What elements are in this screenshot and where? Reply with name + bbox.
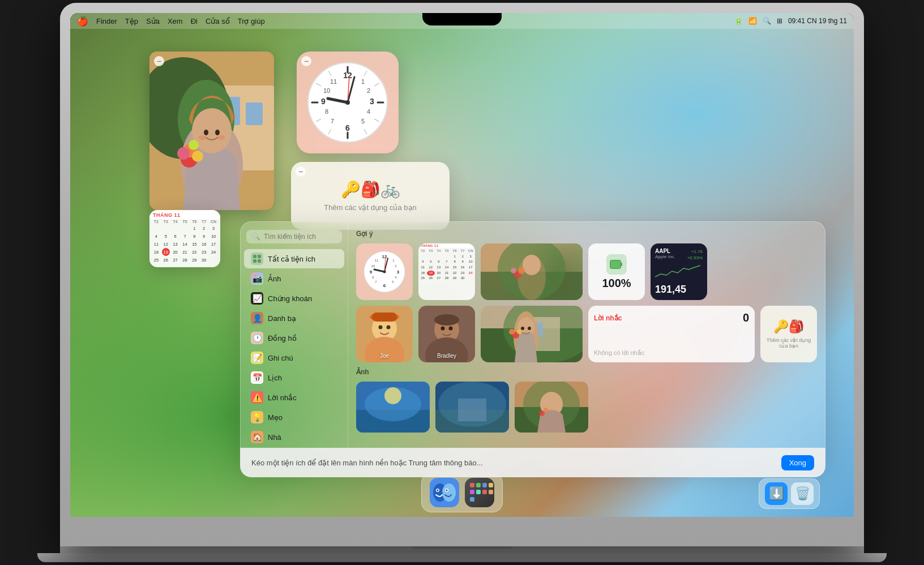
contact-bradley-name: Bradley xyxy=(418,353,475,359)
sidebar-item-reminders[interactable]: ⚠️ Lời nhắc xyxy=(244,388,344,407)
svg-point-12 xyxy=(189,140,199,150)
trackpad-hinge xyxy=(411,546,513,549)
apple-menu[interactable]: 🍎 xyxy=(77,16,88,27)
svg-text:9: 9 xyxy=(321,97,326,106)
calendar-icon: 📅 xyxy=(251,371,263,384)
svg-point-11 xyxy=(177,147,190,160)
svg-point-99 xyxy=(509,329,515,335)
menubar-finder[interactable]: Finder xyxy=(96,17,117,25)
notes-icon: 📝 xyxy=(251,352,263,364)
mini-photo-widget[interactable] xyxy=(481,243,583,300)
sidebar-item-calendar[interactable]: 📅 Lịch xyxy=(244,368,344,387)
sidebar-item-notes[interactable]: 📝 Ghi chú xyxy=(244,348,344,367)
reminder-title: Lời nhắc xyxy=(594,314,622,322)
svg-rect-49 xyxy=(258,259,261,263)
svg-point-100 xyxy=(517,329,521,334)
remove-photo-widget-btn[interactable]: − xyxy=(154,56,164,66)
sidebar-item-contacts[interactable]: 👤 Danh bạ xyxy=(244,309,344,328)
menubar-xem[interactable]: Xem xyxy=(168,17,183,25)
svg-rect-46 xyxy=(253,255,256,258)
svg-point-115 xyxy=(539,410,545,416)
trash-icon[interactable]: 🗑️ xyxy=(791,482,814,505)
photo-thumb-3[interactable] xyxy=(515,382,588,433)
panel-content: Gợi ý 12 3 6 9 xyxy=(348,222,825,464)
menubar-sua[interactable]: Sửa xyxy=(146,17,160,25)
xong-button[interactable]: Xong xyxy=(781,455,814,470)
contact-joe[interactable]: Joe xyxy=(356,306,413,362)
svg-text:3: 3 xyxy=(370,97,374,106)
widget-panel: 🔍 Tất cả tiện ích 📷 xyxy=(240,221,825,465)
sidebar-item-home[interactable]: 🏠 Nhà xyxy=(244,427,344,447)
menubar-trogiup[interactable]: Trợ giúp xyxy=(238,17,265,25)
reminders-panel-widget[interactable]: Lời nhắc 0 Không có lời nhắc xyxy=(588,306,755,362)
remove-clock-widget-btn[interactable]: − xyxy=(301,56,311,66)
bottom-instruction-bar: Kéo một tiện ích để đặt lên màn hình nền… xyxy=(240,448,825,477)
svg-point-66 xyxy=(383,271,386,273)
reminder-widget-icons: 🔑🎒🚲 xyxy=(341,180,400,199)
sidebar-photos-label: Ảnh xyxy=(268,275,281,283)
remove-reminder-widget-btn[interactable]: − xyxy=(296,166,306,177)
dock-right: ⬇️ 🗑️ xyxy=(759,478,820,509)
control-center-icon[interactable]: ⊞ xyxy=(777,17,782,25)
menubar-di[interactable]: Đi xyxy=(191,17,198,25)
clock-widget: − xyxy=(297,52,399,153)
dock-finder[interactable] xyxy=(430,478,459,507)
stocks-graph xyxy=(655,263,703,280)
custom-widget[interactable]: 🔑🎒 Thêm các vật dụng của bạn xyxy=(760,306,817,362)
svg-point-83 xyxy=(379,326,383,329)
photo-thumb-2[interactable] xyxy=(435,382,509,433)
svg-rect-3 xyxy=(246,102,263,125)
sidebar-calendar-label: Lịch xyxy=(268,374,282,382)
search-icon[interactable]: 🔍 xyxy=(763,17,771,25)
svg-point-102 xyxy=(528,327,531,330)
svg-text:12: 12 xyxy=(343,71,352,80)
sidebar-notes-label: Ghi chú xyxy=(268,354,293,362)
contacts-icon: 👤 xyxy=(251,312,263,324)
mini-battery-widget[interactable]: 100% xyxy=(588,243,645,300)
svg-point-45 xyxy=(345,100,350,105)
sidebar-tips-label: Mẹo xyxy=(268,413,283,422)
calendar-month: THÁNG 11 xyxy=(149,210,220,219)
svg-point-84 xyxy=(387,326,391,329)
svg-point-16 xyxy=(217,135,225,140)
sidebar-contacts-label: Danh bạ xyxy=(268,314,296,323)
search-bar[interactable]: 🔍 xyxy=(246,230,342,243)
sidebar-item-stocks[interactable]: 📈 Chứng khoán xyxy=(244,289,344,308)
menubar-tep[interactable]: Tệp xyxy=(125,17,138,25)
contact-bradley[interactable]: Bradley xyxy=(418,306,475,362)
home-icon: 🏠 xyxy=(251,431,263,443)
stocks-icon: 📈 xyxy=(251,292,263,305)
big-photo-widget[interactable] xyxy=(481,306,583,362)
sidebar-item-all[interactable]: Tất cả tiện ích xyxy=(244,249,344,268)
dock-launchpad[interactable] xyxy=(465,478,494,507)
sidebar-item-photos[interactable]: 📷 Ảnh xyxy=(244,269,344,288)
search-input[interactable] xyxy=(264,233,336,241)
sidebar-reminders-label: Lời nhắc xyxy=(268,393,297,402)
reminder-count: 0 xyxy=(743,311,749,324)
mini-clock-widget[interactable]: 12 3 6 9 1 2 4 5 7 8 xyxy=(356,243,413,300)
svg-text:6: 6 xyxy=(383,283,386,288)
sidebar-item-tips[interactable]: 💡 Mẹo xyxy=(244,408,344,427)
menubar-cuaso[interactable]: Cửa sổ xyxy=(206,17,230,25)
battery-icon: 🔋 xyxy=(734,17,743,25)
mini-cal-month: THÁNG 11 xyxy=(418,243,475,248)
all-widgets-icon xyxy=(251,252,263,265)
photo-thumb-1[interactable] xyxy=(356,382,430,433)
svg-point-121 xyxy=(437,490,439,491)
svg-point-119 xyxy=(442,483,456,502)
photos-row xyxy=(356,382,817,433)
instruction-text: Kéo một tiện ích để đặt lên màn hình nền… xyxy=(251,459,775,467)
svg-text:1: 1 xyxy=(361,78,365,85)
svg-point-123 xyxy=(446,490,448,491)
downloads-icon[interactable]: ⬇️ xyxy=(765,482,788,505)
svg-text:10: 10 xyxy=(371,264,375,268)
widgets-row-1: 12 3 6 9 1 2 4 5 7 8 xyxy=(356,243,817,300)
svg-point-124 xyxy=(442,493,443,494)
search-icon: 🔍 xyxy=(252,233,260,241)
svg-point-15 xyxy=(198,135,206,140)
sidebar-item-clock[interactable]: 🕐 Đồng hồ xyxy=(244,328,344,348)
mini-calendar-widget[interactable]: THÁNG 11 T2T3 T4T5 T6T7 CN 123 xyxy=(418,243,475,300)
svg-point-116 xyxy=(544,408,548,412)
svg-text:10: 10 xyxy=(323,87,330,94)
mini-stocks-widget[interactable]: AAPL Apple Inc. +1.76 +0.93% xyxy=(651,243,707,300)
